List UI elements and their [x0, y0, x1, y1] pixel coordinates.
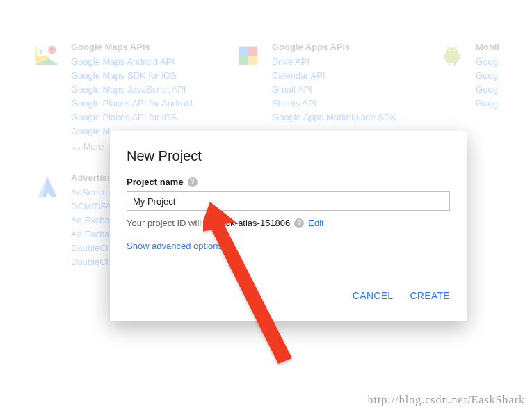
help-icon[interactable]: ?	[294, 218, 304, 228]
advertising-section-title: Advertisi	[71, 173, 112, 183]
api-link[interactable]: Googl	[476, 69, 500, 83]
api-link[interactable]: Googl	[476, 55, 500, 69]
project-name-label: Project name	[127, 177, 184, 187]
api-link[interactable]: Google Maps JavaScript API	[71, 83, 193, 97]
svg-rect-3	[37, 47, 45, 56]
svg-point-5	[51, 48, 54, 51]
edit-project-id-link[interactable]: Edit	[308, 218, 323, 228]
svg-rect-15	[449, 61, 451, 66]
api-link[interactable]: Ad Excha	[71, 227, 112, 241]
show-advanced-options-link[interactable]: Show advanced options...	[127, 241, 230, 251]
mobile-section-title: Mobil	[476, 42, 500, 52]
api-link[interactable]: DoubleCl	[71, 255, 112, 269]
modal-title: New Project	[127, 148, 450, 164]
api-link[interactable]: Googl	[476, 83, 500, 97]
api-link[interactable]: Drive API	[272, 55, 396, 69]
chevron-down-icon: ⌄⌄	[71, 143, 81, 151]
svg-line-17	[447, 47, 449, 49]
api-link[interactable]: Google Apps Marketplace SDK	[272, 111, 396, 125]
svg-rect-10	[239, 56, 248, 65]
adwords-icon	[33, 173, 61, 200]
api-link[interactable]: Google Maps Android API	[71, 55, 193, 69]
api-link[interactable]: Google Places API for iOS	[71, 111, 193, 125]
project-id-prefix: Your project ID will be	[127, 218, 213, 228]
api-link[interactable]: Googl	[476, 97, 500, 111]
svg-rect-14	[458, 54, 460, 60]
google-maps-icon	[33, 42, 61, 70]
api-link[interactable]: Gmail API	[272, 83, 396, 97]
svg-rect-8	[239, 47, 248, 56]
api-link[interactable]: Ad Excha	[71, 214, 112, 227]
apps-section-title: Google Apps APIs	[272, 42, 396, 52]
api-link[interactable]: Google Places API for Android	[71, 97, 193, 111]
svg-line-18	[455, 47, 457, 49]
svg-point-20	[453, 49, 455, 51]
api-link[interactable]: Google Maps SDK for iOS	[71, 69, 193, 83]
api-link[interactable]: DCM/DFA	[71, 200, 112, 214]
svg-rect-12	[446, 54, 458, 63]
project-id-value: rack-atlas-151806	[218, 218, 290, 228]
svg-rect-16	[454, 61, 456, 66]
api-link[interactable]: Calendar API	[272, 69, 396, 83]
new-project-modal: New Project Project name ? Your project …	[110, 131, 467, 321]
google-apps-icon	[234, 42, 262, 70]
svg-rect-13	[444, 54, 446, 60]
project-name-input[interactable]	[127, 191, 450, 211]
svg-point-19	[449, 49, 451, 51]
maps-section-title: Google Maps APIs	[71, 42, 193, 52]
svg-rect-11	[248, 56, 257, 65]
api-link[interactable]: DoubleCl	[71, 241, 112, 255]
api-link[interactable]: Sheets API	[272, 97, 396, 111]
watermark: http://blog.csdn.net/EaskShark	[368, 394, 525, 406]
svg-rect-9	[248, 47, 257, 56]
api-link[interactable]: AdSense	[71, 186, 112, 200]
create-button[interactable]: CREATE	[410, 285, 450, 307]
cancel-button[interactable]: CANCEL	[353, 285, 394, 307]
help-icon[interactable]: ?	[188, 177, 198, 187]
android-icon	[438, 42, 466, 70]
